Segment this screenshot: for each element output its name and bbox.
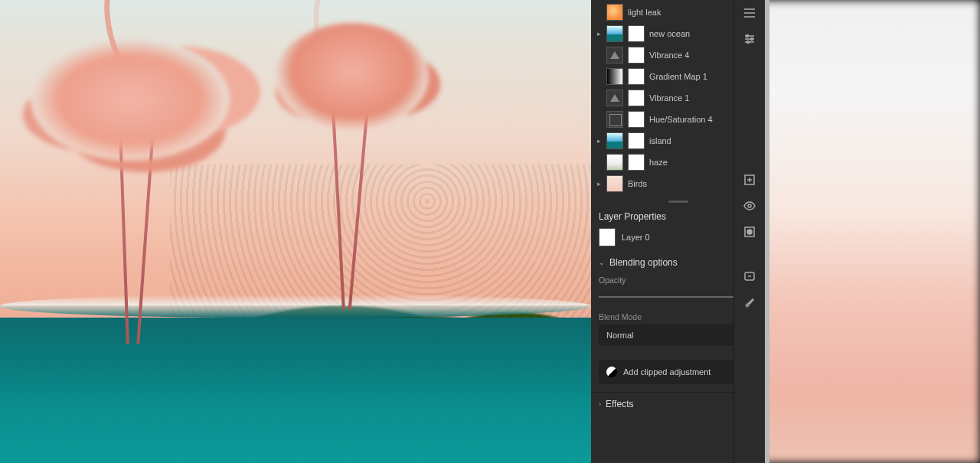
layer-name: Gradient Map 1: [649, 72, 743, 81]
layer-name: Hue/Saturation 4: [649, 115, 743, 124]
chevron-right-icon: ›: [599, 400, 601, 408]
layer-name: island: [649, 136, 743, 145]
layer-thumbnail[interactable]: [606, 90, 623, 106]
expand-arrow-icon[interactable]: ▸: [596, 137, 602, 145]
blending-options-label: Blending options: [609, 257, 678, 268]
layer-name: Vibrance 4: [649, 51, 743, 60]
background-gradient: [750, 0, 980, 463]
brush-icon[interactable]: [734, 289, 765, 315]
adjustment-icon: [606, 367, 617, 377]
layer-mask-thumbnail[interactable]: [628, 154, 645, 171]
layer-thumbnail[interactable]: [606, 47, 623, 64]
layer-mask-thumbnail[interactable]: [628, 111, 645, 128]
layer-thumbnail[interactable]: [606, 111, 623, 128]
layer-thumbnail[interactable]: [606, 68, 623, 85]
canvas-flamingo-right: [283, 0, 406, 344]
layer-thumbnail[interactable]: [606, 154, 623, 171]
svg-point-13: [748, 204, 751, 207]
layer-name: light leak: [628, 8, 743, 17]
expand-arrow-icon[interactable]: ▸: [596, 30, 602, 37]
document-canvas[interactable]: [0, 0, 591, 463]
link-icon[interactable]: [734, 263, 765, 289]
layer-thumbnail[interactable]: [606, 175, 623, 192]
visibility-icon[interactable]: [734, 193, 765, 219]
expand-arrow-icon[interactable]: ▸: [596, 180, 602, 187]
effects-label: Effects: [606, 399, 633, 409]
layer-properties-thumbnail: [599, 228, 616, 246]
filter-adjust-icon[interactable]: [734, 26, 765, 52]
layer-name: Vibrance 1: [649, 93, 743, 103]
layer-thumbnail[interactable]: [606, 132, 623, 149]
layer-mask-thumbnail[interactable]: [628, 25, 645, 42]
right-icon-rail: [733, 0, 765, 463]
layer-name: new ocean: [649, 29, 743, 38]
opacity-label: Opacity: [599, 276, 626, 285]
blend-mode-value: Normal: [606, 331, 633, 340]
layer-options-icon[interactable]: [734, 0, 765, 26]
add-layer-icon[interactable]: [734, 167, 765, 193]
device-bezel: light leak▸new oceanVibrance 4Gradient M…: [0, 0, 769, 463]
chevron-down-icon: ⌄: [599, 259, 605, 266]
layer-name: haze: [649, 158, 743, 167]
layer-mask-thumbnail[interactable]: [628, 132, 645, 149]
canvas-flamingo-left: [46, 0, 199, 375]
layer-mask-thumbnail[interactable]: [628, 68, 645, 85]
mask-icon[interactable]: [734, 219, 765, 245]
add-clipped-adjustment-label: Add clipped adjustment: [623, 367, 710, 377]
layer-mask-thumbnail[interactable]: [628, 90, 645, 106]
layer-thumbnail[interactable]: [606, 25, 623, 42]
svg-point-15: [747, 230, 752, 234]
layer-thumbnail[interactable]: [606, 4, 623, 21]
layer-name: Birds: [628, 179, 743, 188]
layer-mask-thumbnail[interactable]: [628, 47, 645, 64]
